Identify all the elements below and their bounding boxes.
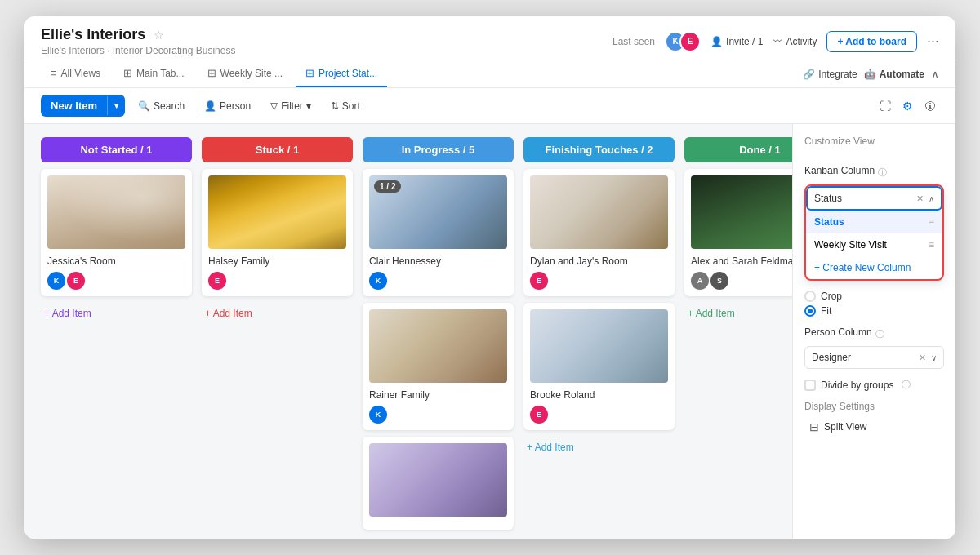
filter-chevron-icon: ▾ <box>306 100 311 112</box>
activity-button[interactable]: 〰 Activity <box>773 36 817 47</box>
person-column-info-icon[interactable]: ⓘ <box>875 328 884 340</box>
dropdown-option-status[interactable]: Status ≡ <box>806 211 942 233</box>
column-title-not-started: Not Started / 1 <box>80 144 152 156</box>
new-item-button[interactable]: New Item ▾ <box>41 95 125 117</box>
card-image-dylan <box>530 175 668 249</box>
integrate-button[interactable]: 🔗 Integrate <box>803 69 857 80</box>
person-label: Person <box>220 100 251 112</box>
divide-by-groups-checkbox[interactable] <box>804 380 816 391</box>
invite-button[interactable]: 👤 Invite / 1 <box>710 36 763 47</box>
app-header: Ellie's Interiors ☆ Ellie's Interiors · … <box>24 16 956 60</box>
dropdown-option-weekly-site[interactable]: Weekly Site Visit ≡ <box>806 233 942 256</box>
card-alex-sarah[interactable]: Alex and Sarah Feldman A S <box>684 169 792 296</box>
filter-button[interactable]: ▽ Filter ▾ <box>264 96 318 116</box>
menu-lines-icon: ≡ <box>929 216 934 228</box>
settings-button[interactable]: ⚙ <box>899 96 916 116</box>
clear-kanban-column-icon[interactable]: ✕ <box>916 193 924 204</box>
card-halsey-family[interactable]: Halsey Family E <box>202 169 353 296</box>
info-button[interactable]: 🛈 <box>921 96 939 116</box>
tab-project-stat[interactable]: ⊞ Project Stat... <box>296 60 387 87</box>
search-button[interactable]: 🔍 Search <box>131 96 191 116</box>
clear-person-column-icon[interactable]: ✕ <box>919 353 926 363</box>
sort-label: Sort <box>342 100 360 112</box>
fit-label: Fit <box>821 305 831 317</box>
crop-label: Crop <box>821 291 842 302</box>
column-header-done: Done / 1 <box>684 137 792 162</box>
column-done: Done / 1 Alex and Sarah Feldman A S + Ad… <box>684 137 792 526</box>
card-title-rainer: Rainer Family <box>369 389 507 401</box>
person-button[interactable]: 👤 Person <box>198 96 257 116</box>
star-icon[interactable]: ☆ <box>154 29 164 42</box>
avatar-e: E <box>67 272 85 290</box>
new-item-label[interactable]: New Item <box>41 95 107 117</box>
card-rainer-family[interactable]: Rainer Family K <box>363 303 514 430</box>
header-left: Ellie's Interiors ☆ Ellie's Interiors · … <box>41 26 606 56</box>
view-icons: ⛶ ⚙ 🛈 <box>876 96 939 116</box>
tab-main-tab[interactable]: ⊞ Main Tab... <box>114 60 194 87</box>
search-label: Search <box>154 100 185 112</box>
avatar-a: A <box>691 272 709 290</box>
activity-icon: 〰 <box>773 36 782 47</box>
column-title-stuck: Stuck / 1 <box>256 144 299 156</box>
kanban-column-chevron-icon: ∧ <box>929 194 934 203</box>
fullscreen-button[interactable]: ⛶ <box>876 96 894 116</box>
card-image-3 <box>369 443 507 517</box>
crop-option[interactable]: Crop <box>804 291 944 302</box>
tab-all-views[interactable]: ≡ All Views <box>41 60 110 87</box>
customize-panel: Customize View Kanban Column ⓘ Status ✕ … <box>792 124 956 539</box>
search-icon: 🔍 <box>138 100 150 112</box>
split-view-icon: ⊟ <box>809 420 819 433</box>
person-column-value: Designer <box>812 352 851 363</box>
kanban-column-info-icon[interactable]: ⓘ <box>878 166 887 179</box>
person-column-label: Person Column <box>804 326 872 338</box>
dropdown-option-status-label: Status <box>814 216 844 228</box>
toolbar: New Item ▾ 🔍 Search 👤 Person ▽ Filter ▾ … <box>24 88 956 124</box>
person-column-select[interactable]: Designer ✕ ∨ <box>804 346 944 369</box>
column-header-finishing-touches: Finishing Touches / 2 <box>523 137 675 162</box>
integrate-label: Integrate <box>818 69 857 80</box>
divide-by-groups-section[interactable]: Divide by groups ⓘ <box>804 379 944 391</box>
card-image-alex <box>691 175 792 249</box>
add-item-finishing-touches[interactable]: + Add Item <box>523 437 675 458</box>
app-title: Ellie's Interiors <box>41 26 145 43</box>
split-view-label: Split View <box>824 421 866 433</box>
card-jessicas-room[interactable]: Jessica's Room K E <box>41 169 192 296</box>
card-dylan-jays-room[interactable]: Dylan and Jay's Room E <box>523 169 675 296</box>
kanban-column-select[interactable]: Status ✕ ∧ <box>806 186 942 211</box>
avatar-e: E <box>679 31 701 52</box>
add-item-not-started[interactable]: + Add Item <box>41 303 192 324</box>
add-board-button[interactable]: + Add to board <box>826 31 917 52</box>
tab-weekly-site[interactable]: ⊞ Weekly Site ... <box>198 60 292 87</box>
new-item-chevron-icon[interactable]: ▾ <box>107 96 125 115</box>
main-content: Not Started / 1 Jessica's Room K E + Add… <box>24 124 956 539</box>
card-in-progress-3[interactable] <box>363 437 514 530</box>
fit-radio[interactable] <box>804 305 816 317</box>
more-options-button[interactable]: ··· <box>927 33 939 50</box>
collapse-panel-button[interactable]: ∧ <box>931 68 939 81</box>
column-not-started: Not Started / 1 Jessica's Room K E + Add… <box>41 137 192 526</box>
crop-radio[interactable] <box>804 291 816 302</box>
card-brooke-roland[interactable]: Brooke Roland E <box>523 303 675 430</box>
add-item-done[interactable]: + Add Item <box>684 303 792 324</box>
divide-by-groups-info-icon[interactable]: ⓘ <box>902 379 911 391</box>
add-item-in-progress[interactable]: + Add Item <box>363 536 514 539</box>
split-view-item[interactable]: ⊟ Split View <box>804 417 944 437</box>
avatar-s: S <box>710 272 728 290</box>
add-item-stuck[interactable]: + Add Item <box>202 303 353 324</box>
column-header-in-progress: In Progress / 5 <box>363 137 514 162</box>
display-settings-title: Display Settings <box>804 401 944 412</box>
card-avatars-brooke: E <box>530 406 668 424</box>
column-in-progress: In Progress / 5 1 / 2 Clair Hennessey K … <box>363 137 514 526</box>
person-column-section: Person Column ⓘ Designer ✕ ∨ <box>804 326 944 369</box>
sort-button[interactable]: ⇅ Sort <box>324 96 367 116</box>
card-avatars-dylan: E <box>530 272 668 290</box>
person-column-chevron-icon: ∨ <box>931 353 937 362</box>
fit-option[interactable]: Fit <box>804 305 944 317</box>
column-title-finishing-touches: Finishing Touches / 2 <box>546 144 653 156</box>
tabs-row: ≡ All Views ⊞ Main Tab... ⊞ Weekly Site … <box>24 60 956 88</box>
card-clair-hennessey[interactable]: 1 / 2 Clair Hennessey K <box>363 169 514 296</box>
dropdown-option-create-column[interactable]: + Create New Column <box>806 256 942 279</box>
column-title-in-progress: In Progress / 5 <box>402 144 475 156</box>
automate-button[interactable]: 🤖 Automate <box>864 69 924 80</box>
all-views-icon: ≡ <box>51 67 57 79</box>
